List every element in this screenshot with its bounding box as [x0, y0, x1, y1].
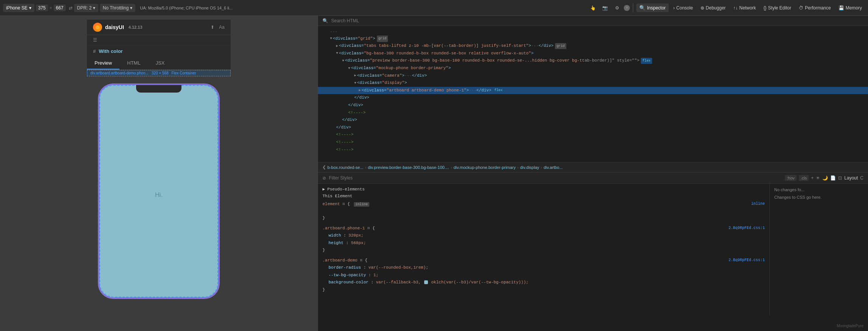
tab-console[interactable]: › Console — [670, 4, 696, 12]
hi-text: Hi. — [155, 192, 163, 198]
selected-element-type: Flex Container — [172, 71, 196, 75]
tab-network[interactable]: ↑↓ Network — [730, 4, 759, 12]
html-search-bar: 🔍 — [318, 16, 868, 26]
main-content: 🌼 daisyUI 4.12.13 ⬆ Aa ☰ # With color — [0, 16, 868, 331]
nav-bar: ☰ — [87, 35, 231, 45]
tree-line[interactable]: </div> — [318, 102, 868, 109]
tab-html[interactable]: HTML — [119, 57, 148, 70]
text-size-icon[interactable]: Aa — [219, 25, 225, 30]
height-value[interactable]: 667 — [54, 5, 66, 11]
device-dropdown-icon[interactable]: ▾ — [29, 5, 31, 11]
styles-left-panel: ▶ Pseudo-elements This Element element ∷… — [318, 184, 770, 316]
tab-inspector[interactable]: 🔍 Inspector — [636, 3, 668, 12]
breadcrumb-item-2[interactable]: div.preview.border-base-300.bg-base-100.… — [368, 165, 449, 170]
filter-styles-input[interactable] — [329, 175, 782, 181]
tab-memory[interactable]: 💾 Memory — [835, 4, 865, 12]
hamburger-icon[interactable]: ☰ — [93, 37, 97, 43]
more-tabs-icon[interactable]: C — [860, 175, 863, 181]
css-source-link-2[interactable]: 2.Bq9RpFEd.css:1 — [728, 257, 765, 263]
tab-performance[interactable]: ⏱ Performance — [796, 4, 834, 12]
expand-icon[interactable]: ⊡ — [838, 175, 842, 181]
debugger-icon: ⊛ — [701, 5, 704, 11]
share-icon[interactable]: ⬆ — [211, 25, 214, 30]
pseudo-hover-btn[interactable]: :hov — [785, 175, 797, 181]
tree-line[interactable]: ▼ <div class="display" > — [318, 79, 868, 87]
tree-line[interactable]: ▼ <div class="preview border-base-300 bg… — [318, 57, 868, 65]
this-element-header: This Element — [322, 194, 765, 198]
separator — [633, 3, 633, 12]
close-button[interactable]: × — [624, 5, 630, 11]
breadcrumb-item-1[interactable]: b-box.rounded-se... — [327, 165, 363, 170]
breadcrumb-item-5[interactable]: div.artbo... — [544, 165, 563, 170]
layout-label[interactable]: Layout — [844, 175, 858, 181]
inline-badge: inline — [354, 202, 369, 207]
device-selector[interactable]: iPhone SE ▾ — [3, 4, 34, 12]
tree-line[interactable]: ▶ <div class="tabs tabs-lifted z-10 -mb-… — [318, 42, 868, 50]
daisy-version: 4.12.13 — [129, 25, 143, 29]
ua-string: UA: Mozilla/5.0 (iPhone; CPU iPhone OS 1… — [137, 6, 586, 10]
tab-jsx[interactable]: JSX — [148, 57, 172, 70]
daisy-logo-circle: 🌼 — [93, 23, 102, 32]
tree-line[interactable]: </div> — [318, 94, 868, 102]
camera-capture-icon[interactable]: 📷 — [600, 3, 610, 13]
dimensions-display: 375 × 667 ⇄ — [36, 5, 73, 11]
styles-panel: ⊘ :hov .cls + ☀ 🌙 📄 ⊡ Layout C — [318, 172, 868, 316]
viewport-panel: 🌼 daisyUI 4.12.13 ⬆ Aa ☰ # With color — [0, 16, 318, 331]
breadcrumb-item-3[interactable]: div.mockup-phone.border-primary — [454, 165, 516, 170]
tab-preview[interactable]: Preview — [87, 57, 119, 70]
pseudo-arrow: ▶ — [322, 187, 325, 192]
tree-line[interactable]: ▶ <div class="camera" >··· </div> — [318, 72, 868, 80]
flex-badge-selected: flex — [493, 87, 504, 93]
phone-notch — [136, 85, 181, 93]
tab-style-editor[interactable]: {} Style Editor — [761, 4, 794, 12]
dark-mode-icon[interactable]: 🌙 — [822, 175, 828, 181]
light-mode-icon[interactable]: ☀ — [816, 175, 820, 181]
daisy-logo-text: daisyUI — [105, 24, 124, 30]
css-source-link-1[interactable]: 2.Bq9RpFEd.css:1 — [728, 225, 765, 231]
add-rule-icon[interactable]: + — [811, 175, 814, 181]
styles-right-panel: No changes fo... Changes to CSS go here. — [770, 184, 868, 316]
preview-tabs: Preview HTML JSX — [87, 57, 231, 70]
tree-line[interactable]: ▼ <div class="mockup-phone border-primar… — [318, 65, 868, 72]
css-rule-element: element ∷ { inline inline } — [322, 201, 765, 222]
tree-line[interactable]: <!----> — [318, 109, 868, 117]
rotate-icon[interactable]: ⇄ — [69, 5, 73, 11]
pseudo-elements-header[interactable]: ▶ Pseudo-elements — [322, 187, 765, 192]
tab-debugger[interactable]: ⊛ Debugger — [698, 4, 729, 12]
top-toolbar: iPhone SE ▾ 375 × 667 ⇄ DPR: 2 ▾ No Thro… — [0, 0, 868, 16]
component-header: # With color — [87, 45, 231, 57]
html-search-input[interactable] — [331, 18, 863, 23]
phone-content: Hi. — [99, 93, 218, 297]
device-name-label: iPhone SE — [6, 5, 28, 11]
selected-element-path: div.artboard.artboard-demo.phon... — [90, 71, 149, 75]
breadcrumb: ❮ b-box.rounded-se... › div.preview.bord… — [318, 162, 868, 172]
width-value[interactable]: 375 — [36, 5, 48, 11]
dpr-display[interactable]: DPR: 2 ▾ — [74, 4, 98, 12]
grid-badge: grid — [377, 36, 388, 42]
css-rule-artboard-phone: 2.Bq9RpFEd.css:1 .artboard.phone-1 ∷ { w… — [322, 225, 765, 254]
credit-text: MoongladePure — [837, 324, 863, 328]
tree-line-selected[interactable]: ▶ <div class="artboard artboard-demo pho… — [318, 87, 868, 94]
inspector-pick-icon: 🔍 — [639, 5, 645, 11]
throttle-selector[interactable]: No Throttling ▾ — [100, 4, 135, 12]
tree-line[interactable]: <!----> — [318, 131, 868, 139]
tree-line[interactable]: <!----> — [318, 146, 868, 154]
pseudo-cls-btn[interactable]: .cls — [799, 175, 809, 181]
breadcrumb-arrow: ❮ — [322, 165, 326, 170]
flex-badge: flex — [641, 58, 652, 64]
settings-icon[interactable]: ⚙ — [612, 3, 622, 13]
tree-line[interactable]: ... — [318, 28, 868, 35]
daisy-header: 🌼 daisyUI 4.12.13 ⬆ Aa — [87, 20, 231, 35]
tree-line[interactable]: <!----> — [318, 139, 868, 146]
section-title: With color — [99, 48, 122, 54]
console-icon: › — [673, 5, 675, 11]
viewport-background: 🌼 daisyUI 4.12.13 ⬆ Aa ☰ # With color — [0, 16, 318, 331]
print-icon[interactable]: 📄 — [830, 175, 836, 181]
tree-line[interactable]: ▼ <div class="grid" > grid — [318, 35, 868, 43]
breadcrumb-item-4[interactable]: div.display — [520, 165, 539, 170]
touch-icon[interactable]: 👆 — [587, 3, 598, 13]
phone-mockup: Hi. — [98, 84, 219, 299]
tree-line[interactable]: ▼ <div class="bg-base-300 rounded-b-box … — [318, 50, 868, 57]
tree-line[interactable]: </div> — [318, 116, 868, 124]
tree-line[interactable]: </div> — [318, 124, 868, 131]
